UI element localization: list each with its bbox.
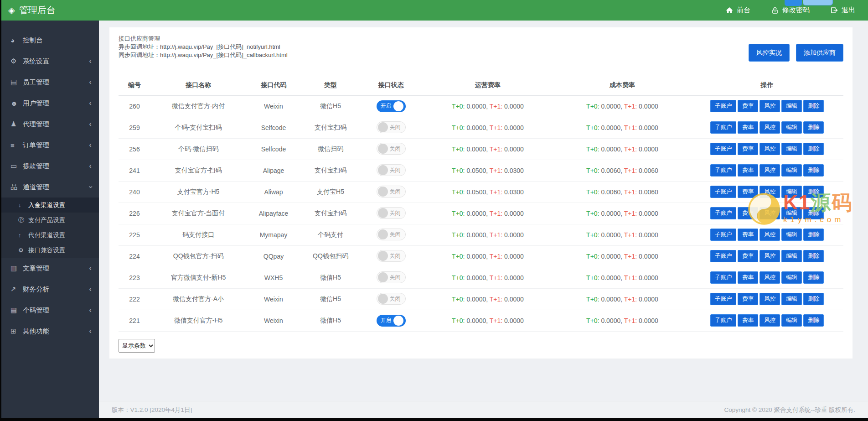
action-subaccount-button[interactable]: 子账户	[710, 100, 737, 112]
action-risk-button[interactable]: 风控	[760, 164, 780, 177]
status-toggle[interactable]: 关闭	[377, 229, 406, 240]
action-rate-button[interactable]: 费率	[738, 121, 758, 134]
action-subaccount-button[interactable]: 子账户	[710, 164, 737, 177]
action-subaccount-button[interactable]: 子账户	[710, 207, 737, 219]
sidebar-item-interface-compat-settings[interactable]: ⚙接口兼容设置	[0, 243, 99, 258]
action-risk-button[interactable]: 风控	[760, 186, 780, 198]
sidebar-item-finance-analysis[interactable]: ↗财务分析‹	[0, 279, 99, 300]
topnav-change-password[interactable]: 修改密码	[771, 6, 810, 15]
sidebar-item-dashboard[interactable]: ◕控制台	[0, 30, 99, 51]
action-rate-button[interactable]: 费率	[738, 143, 758, 155]
action-delete-button[interactable]: 删除	[803, 143, 824, 155]
action-rate-button[interactable]: 费率	[738, 229, 758, 241]
action-delete-button[interactable]: 删除	[803, 186, 824, 198]
sidebar-item-personal-code-management[interactable]: ▦个码管理‹	[0, 300, 99, 321]
risk-status-button[interactable]: 风控实况	[749, 44, 790, 62]
topnav-logout[interactable]: 退出	[831, 6, 855, 15]
action-risk-button[interactable]: 风控	[760, 100, 780, 112]
action-risk-button[interactable]: 风控	[760, 271, 780, 284]
sidebar-item-payout-channel-settings[interactable]: ↑代付渠道设置	[0, 228, 99, 243]
brand[interactable]: ◈ 管理后台	[8, 4, 56, 16]
action-delete-button[interactable]: 删除	[803, 207, 824, 219]
sidebar-item-channel-management[interactable]: 品通道管理‹	[0, 177, 99, 198]
action-subaccount-button[interactable]: 子账户	[710, 293, 737, 305]
status-toggle[interactable]: 关闭	[377, 207, 406, 219]
sidebar-item-payment-product-settings[interactable]: Ⓟ支付产品设置	[0, 213, 99, 228]
action-rate-button[interactable]: 费率	[738, 314, 758, 327]
sidebar-item-agent-management[interactable]: ♟代理管理‹	[0, 114, 99, 135]
action-subaccount-button[interactable]: 子账户	[710, 229, 737, 241]
table-row: 256个码-微信扫码Selfcode微信扫码关闭T+0: 0.0000, T+1…	[119, 138, 843, 160]
action-rate-button[interactable]: 费率	[738, 250, 758, 262]
sidebar-item-article-management[interactable]: ▥文章管理‹	[0, 258, 99, 279]
add-supplier-button[interactable]: 添加供应商	[796, 44, 843, 62]
action-risk-button[interactable]: 风控	[760, 143, 780, 155]
action-subaccount-button[interactable]: 子账户	[710, 186, 737, 198]
action-subaccount-button[interactable]: 子账户	[710, 121, 737, 134]
action-edit-button[interactable]: 编辑	[781, 207, 802, 219]
action-edit-button[interactable]: 编辑	[781, 229, 802, 241]
action-subaccount-button[interactable]: 子账户	[710, 250, 737, 262]
t0-label: T+0:	[586, 317, 599, 324]
action-edit-button[interactable]: 编辑	[781, 143, 802, 155]
action-delete-button[interactable]: 删除	[803, 250, 824, 262]
status-toggle[interactable]: 关闭	[377, 121, 406, 133]
action-edit-button[interactable]: 编辑	[781, 271, 802, 284]
action-delete-button[interactable]: 删除	[803, 293, 824, 305]
action-rate-button[interactable]: 费率	[738, 100, 758, 112]
action-delete-button[interactable]: 删除	[803, 314, 824, 327]
action-edit-button[interactable]: 编辑	[781, 164, 802, 177]
action-risk-button[interactable]: 风控	[760, 314, 780, 327]
sidebar-item-deposit-channel-settings[interactable]: ↓入金渠道设置	[0, 198, 99, 213]
action-rate-button[interactable]: 费率	[738, 164, 758, 177]
action-delete-button[interactable]: 删除	[803, 271, 824, 284]
action-delete-button[interactable]: 删除	[803, 229, 824, 241]
status-toggle[interactable]: 关闭	[377, 164, 406, 176]
action-risk-button[interactable]: 风控	[760, 121, 780, 134]
status-toggle[interactable]: 关闭	[377, 293, 406, 305]
sidebar-item-staff-management[interactable]: ▤员工管理‹	[0, 72, 99, 93]
action-risk-button[interactable]: 风控	[760, 229, 780, 241]
sidebar-item-user-management[interactable]: ☻用户管理‹	[0, 93, 99, 114]
action-subaccount-button[interactable]: 子账户	[710, 314, 737, 327]
status-toggle[interactable]: 关闭	[377, 250, 406, 262]
action-edit-button[interactable]: 编辑	[781, 121, 802, 134]
action-edit-button[interactable]: 编辑	[781, 100, 802, 112]
t1-value: 0.0000	[502, 296, 524, 303]
action-edit-button[interactable]: 编辑	[781, 314, 802, 327]
sidebar-item-order-management[interactable]: ≡订单管理‹	[0, 135, 99, 156]
sidebar-item-system-settings[interactable]: ⚙系统设置‹	[0, 51, 99, 72]
action-edit-button[interactable]: 编辑	[781, 293, 802, 305]
action-risk-button[interactable]: 风控	[760, 207, 780, 219]
action-delete-button[interactable]: 删除	[803, 121, 824, 134]
t1-label: T+1:	[490, 103, 502, 110]
code-cell: Aliwap	[246, 181, 301, 203]
status-toggle[interactable]: 开启	[377, 315, 406, 327]
action-edit-button[interactable]: 编辑	[781, 250, 802, 262]
rate-cell: T+0: 0.0000, T+1: 0.0000	[554, 267, 691, 288]
t0-label: T+0:	[452, 167, 465, 174]
status-toggle[interactable]: 关闭	[377, 143, 406, 155]
sidebar-item-withdraw-management[interactable]: ▭提款管理‹	[0, 156, 99, 177]
t1-label: T+1:	[490, 210, 502, 217]
action-risk-button[interactable]: 风控	[760, 293, 780, 305]
status-cell: 关闭	[360, 160, 422, 181]
page-size-select[interactable]: 显示条数	[119, 339, 155, 353]
browser-popup-partial[interactable]	[785, 0, 833, 6]
action-rate-button[interactable]: 费率	[738, 271, 758, 284]
sidebar-item-other-functions[interactable]: ⊞其他功能‹	[0, 321, 99, 342]
action-rate-button[interactable]: 费率	[738, 207, 758, 219]
toggle-knob	[393, 101, 403, 111]
action-rate-button[interactable]: 费率	[738, 293, 758, 305]
status-toggle[interactable]: 关闭	[377, 271, 406, 283]
status-toggle[interactable]: 开启	[377, 100, 406, 112]
action-delete-button[interactable]: 删除	[803, 164, 824, 177]
action-risk-button[interactable]: 风控	[760, 250, 780, 262]
action-edit-button[interactable]: 编辑	[781, 186, 802, 198]
action-subaccount-button[interactable]: 子账户	[710, 143, 737, 155]
action-delete-button[interactable]: 删除	[803, 100, 824, 112]
action-rate-button[interactable]: 费率	[738, 186, 758, 198]
action-subaccount-button[interactable]: 子账户	[710, 271, 737, 284]
topnav-frontend[interactable]: 前台	[726, 6, 750, 15]
status-toggle[interactable]: 关闭	[377, 186, 406, 198]
